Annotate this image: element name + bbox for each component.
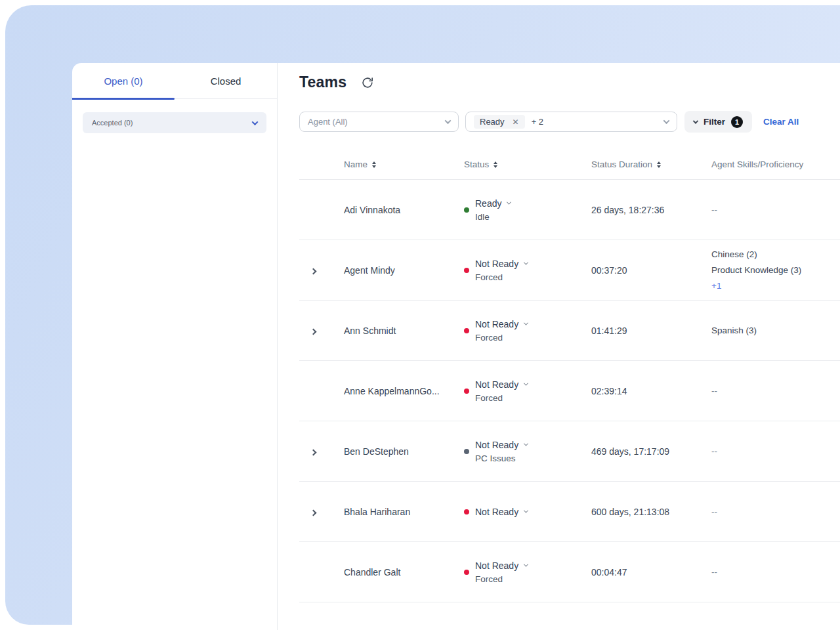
agent-name: Chandler Galt	[344, 567, 464, 578]
table-row: Anne KappelmannGo... Not Ready Forced 02…	[299, 361, 840, 421]
agent-skills: --	[711, 504, 840, 520]
status-cell: Not Ready Forced	[464, 379, 591, 403]
status-dropdown[interactable]: Ready	[475, 198, 511, 209]
page: Open (0) Closed Accepted (0) Teams	[0, 0, 840, 630]
agent-skills: Chinese (2)Product Knowledge (3)+1	[711, 247, 840, 294]
chevron-right-icon	[310, 268, 317, 274]
chevron-down-icon	[524, 321, 528, 326]
table-body: Adi Vinnakota Ready Idle 26 days, 18:27:…	[299, 180, 840, 602]
agent-name: Ben DeStephen	[344, 446, 464, 457]
status-cell: Not Ready Forced	[464, 259, 591, 282]
status-duration: 26 days, 18:27:36	[591, 205, 711, 215]
expand-row-button[interactable]	[308, 503, 318, 520]
skills-empty: --	[711, 383, 840, 399]
chevron-down-icon	[693, 118, 698, 123]
status-duration: 01:41:29	[591, 326, 711, 336]
agent-skills: --	[711, 564, 840, 580]
status-dot-icon	[464, 268, 469, 273]
agent-filter-dropdown[interactable]: Agent (All)	[299, 112, 459, 132]
status-cell: Not Ready PC Issues	[464, 440, 591, 463]
status-label: Not Ready	[475, 440, 518, 450]
content-card: Open (0) Closed Accepted (0) Teams	[72, 63, 840, 630]
status-dropdown[interactable]: Not Ready	[475, 560, 528, 571]
status-dot-icon	[464, 449, 469, 454]
status-sub-label: Forced	[475, 393, 528, 403]
chevron-right-icon	[310, 328, 317, 335]
status-label: Not Ready	[475, 560, 518, 571]
refresh-icon[interactable]	[361, 76, 374, 89]
status-sub-label: Forced	[475, 333, 528, 343]
chevron-down-icon	[663, 117, 670, 124]
status-cell: Not Ready Forced	[464, 319, 591, 343]
column-header-status[interactable]: Status	[464, 159, 591, 169]
table-row: Bhala Hariharan Not Ready 600 days, 21:1…	[299, 482, 840, 542]
agent-name: Anne KappelmannGo...	[344, 386, 464, 396]
column-header-name[interactable]: Name	[344, 159, 464, 169]
skills-empty: --	[711, 202, 840, 218]
column-label: Agent Skills/Proficiency	[711, 159, 803, 169]
status-label: Not Ready	[475, 379, 518, 390]
chevron-down-icon	[524, 261, 528, 265]
more-filters-badge[interactable]: + 2	[532, 117, 543, 127]
table-row: Chandler Galt Not Ready Forced 00:04:47 …	[299, 542, 840, 602]
status-cell: Ready Idle	[464, 198, 591, 222]
sidebar: Open (0) Closed Accepted (0)	[72, 63, 278, 630]
clear-all-link[interactable]: Clear All	[763, 117, 799, 127]
chevron-down-icon	[524, 442, 528, 446]
tab-open[interactable]: Open (0)	[72, 63, 175, 98]
chip-remove-icon[interactable]: ✕	[513, 118, 519, 126]
filter-button-label: Filter	[704, 117, 725, 127]
agent-filter-value: Agent (All)	[308, 117, 348, 127]
skill-item: Chinese (2)	[711, 247, 840, 262]
page-title: Teams	[299, 74, 346, 91]
status-duration: 00:04:47	[591, 567, 711, 578]
column-label: Status Duration	[591, 159, 652, 169]
column-label: Status	[464, 159, 489, 169]
status-dot-icon	[464, 570, 469, 575]
active-tab-indicator	[72, 98, 175, 100]
chevron-down-icon	[524, 509, 528, 513]
status-dropdown[interactable]: Not Ready	[475, 319, 528, 329]
chip-label: Ready	[480, 117, 505, 127]
agent-skills: Spanish (3)	[711, 323, 840, 339]
status-sub-label: PC Issues	[475, 453, 528, 463]
status-dropdown[interactable]: Not Ready	[475, 259, 528, 269]
column-header-agent-skills: Agent Skills/Proficiency	[711, 159, 840, 169]
expand-row-button[interactable]	[308, 322, 318, 339]
title-row: Teams	[299, 74, 840, 91]
agent-name: Adi Vinnakota	[344, 205, 464, 215]
tab-closed[interactable]: Closed	[175, 63, 277, 98]
expand-row-button[interactable]	[308, 443, 318, 460]
status-dot-icon	[464, 509, 469, 514]
status-dropdown[interactable]: Not Ready	[475, 440, 528, 450]
status-dot-icon	[464, 328, 469, 333]
skill-item: Spanish (3)	[711, 323, 840, 339]
sort-icon	[657, 161, 661, 168]
status-duration: 00:37:20	[591, 265, 711, 276]
filter-button[interactable]: Filter 1	[684, 111, 752, 133]
table-row: Ann Schmidt Not Ready Forced 01:41:29 Sp…	[299, 301, 840, 361]
skills-more-link[interactable]: +1	[711, 278, 840, 294]
chevron-down-icon[interactable]	[252, 119, 259, 125]
sidebar-tabs: Open (0) Closed	[72, 63, 277, 99]
chevron-down-icon	[524, 381, 528, 386]
expand-row-button[interactable]	[308, 262, 318, 279]
tab-open-label: Open (0)	[104, 75, 142, 87]
accepted-section-header[interactable]: Accepted (0)	[83, 112, 266, 133]
agent-name: Bhala Hariharan	[344, 507, 464, 517]
status-dropdown[interactable]: Not Ready	[475, 507, 528, 517]
accepted-label: Accepted (0)	[92, 119, 133, 127]
status-filter-dropdown[interactable]: Ready ✕ + 2	[465, 112, 677, 132]
status-filter-chip: Ready ✕	[474, 115, 525, 129]
status-duration: 02:39:14	[591, 386, 711, 396]
table-row: Agent Mindy Not Ready Forced 00:37:20 Ch…	[299, 240, 840, 301]
status-dot-icon	[464, 388, 469, 394]
status-label: Not Ready	[475, 507, 518, 517]
status-duration: 600 days, 21:13:08	[591, 507, 711, 517]
column-header-status-duration[interactable]: Status Duration	[591, 159, 711, 169]
main-panel: Teams Agent (All) Ready ✕ + 2	[278, 63, 840, 630]
status-cell: Not Ready Forced	[464, 560, 591, 584]
status-dropdown[interactable]: Not Ready	[475, 379, 528, 390]
sort-icon	[494, 161, 497, 168]
status-cell: Not Ready	[464, 507, 591, 517]
